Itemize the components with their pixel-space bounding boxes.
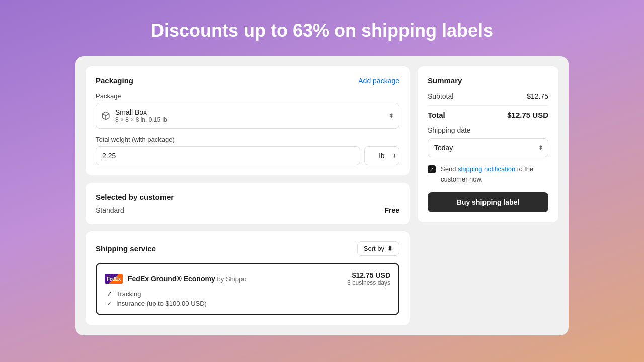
left-column: Packaging Add package Package Small Box … — [86, 66, 410, 325]
checkbox-check-icon: ✓ — [430, 167, 434, 172]
check-icon-2: ✓ — [107, 300, 112, 307]
package-select-main: Small Box 8 × 8 × 8 in, 0.15 lb — [115, 108, 381, 123]
box-icon — [101, 111, 110, 120]
tracking-label: Tracking — [116, 290, 141, 298]
carrier-by: by Shippo — [217, 275, 247, 283]
carrier-info: FedEx FedEx Ground® Economy by Shippo — [105, 274, 246, 284]
package-label: Package — [96, 92, 399, 100]
unit-wrapper: lb kg oz ⬍ — [364, 146, 399, 165]
shipping-date-label: Shipping date — [428, 126, 548, 134]
check-icon: ✓ — [107, 290, 112, 298]
notification-text: Send shipping notification to the custom… — [441, 164, 548, 184]
customer-price: Free — [384, 206, 399, 214]
shipping-option-fedex[interactable]: FedEx FedEx Ground® Economy by Shippo $1… — [96, 263, 399, 315]
packaging-section: Packaging Add package Package Small Box … — [86, 66, 410, 175]
notification-checkbox[interactable]: ✓ — [428, 165, 436, 173]
summary-title: Summary — [428, 76, 548, 85]
fedex-logo: FedEx — [105, 274, 123, 284]
hero-title: Discounts up to 63% on shipping labels — [151, 20, 493, 41]
summary-divider — [428, 105, 548, 106]
shipping-option-header: FedEx FedEx Ground® Economy by Shippo $1… — [105, 271, 390, 286]
subtotal-value: $12.75 — [527, 92, 548, 100]
packaging-header: Packaging Add package — [96, 76, 399, 85]
total-value: $12.75 USD — [507, 111, 548, 119]
date-select-wrapper: Today Tomorrow ⬍ — [428, 138, 548, 157]
insurance-label: Insurance (up to $100.00 USD) — [116, 300, 207, 307]
packaging-title: Packaging — [96, 76, 133, 85]
sort-by-button[interactable]: Sort by ⬍ — [357, 241, 399, 256]
customer-row: Standard Free — [96, 206, 399, 214]
customer-method: Standard — [96, 206, 124, 214]
sort-chevron-icon: ⬍ — [387, 245, 393, 252]
total-row: Total $12.75 USD — [428, 111, 548, 119]
weight-label: Total weight (with package) — [96, 136, 399, 143]
right-column: Summary Subtotal $12.75 Total $12.75 USD… — [418, 66, 558, 325]
sort-by-label: Sort by — [364, 245, 384, 252]
subtotal-label: Subtotal — [428, 92, 453, 100]
customer-section: Selected by customer Standard Free — [86, 183, 410, 224]
option-features: ✓ Tracking ✓ Insurance (up to $100.00 US… — [107, 290, 390, 307]
feature-tracking: ✓ Tracking — [107, 290, 390, 298]
option-days: 3 business days — [347, 279, 390, 286]
package-selector[interactable]: Small Box 8 × 8 × 8 in, 0.15 lb ⬍ — [96, 103, 399, 129]
subtotal-row: Subtotal $12.75 — [428, 92, 548, 100]
weight-input[interactable] — [96, 146, 360, 165]
package-dims: 8 × 8 × 8 in, 0.15 lb — [115, 116, 381, 123]
add-package-link[interactable]: Add package — [358, 77, 399, 85]
feature-insurance: ✓ Insurance (up to $100.00 USD) — [107, 300, 390, 307]
weight-row: lb kg oz ⬍ — [96, 146, 399, 165]
unit-select[interactable]: lb kg oz — [364, 146, 399, 165]
package-chevron-icon: ⬍ — [389, 112, 394, 119]
carrier-name: FedEx Ground® Economy by Shippo — [128, 275, 246, 283]
notification-row: ✓ Send shipping notification to the cust… — [428, 164, 548, 184]
package-name: Small Box — [115, 108, 381, 116]
customer-section-title: Selected by customer — [96, 193, 399, 201]
shipping-service-section: Shipping service Sort by ⬍ FedEx FedEx G… — [86, 231, 410, 325]
option-price: $12.75 USD — [347, 271, 390, 279]
total-label: Total — [428, 111, 445, 119]
main-card: Packaging Add package Package Small Box … — [75, 56, 569, 335]
date-select[interactable]: Today Tomorrow — [428, 138, 548, 157]
summary-card: Summary Subtotal $12.75 Total $12.75 USD… — [418, 66, 558, 222]
shipping-header: Shipping service Sort by ⬍ — [96, 241, 399, 256]
notification-link[interactable]: shipping notification — [458, 165, 515, 173]
buy-shipping-label-button[interactable]: Buy shipping label — [428, 192, 548, 212]
shipping-service-title: Shipping service — [96, 244, 156, 253]
option-price-col: $12.75 USD 3 business days — [347, 271, 390, 286]
